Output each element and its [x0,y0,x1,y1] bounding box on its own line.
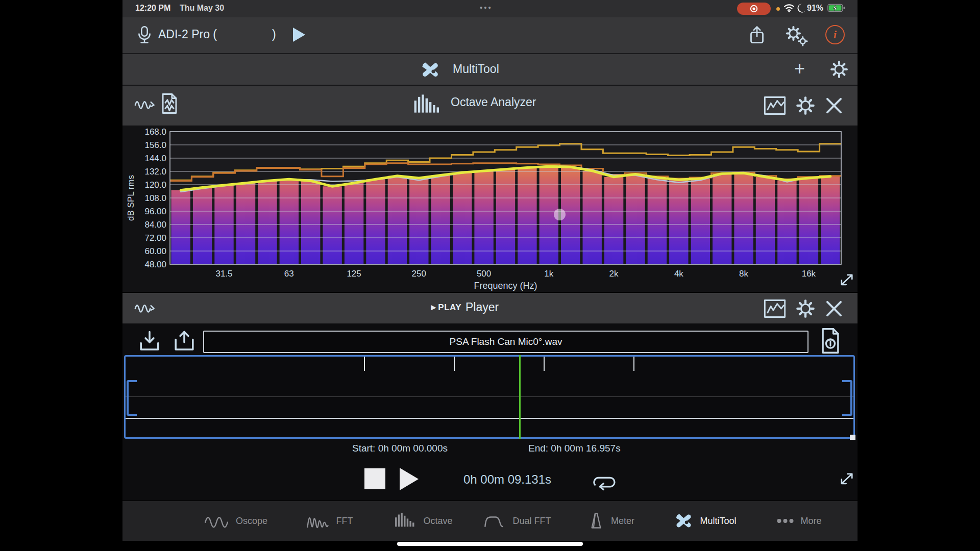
record-indicator-icon[interactable] [737,3,771,15]
tab-fft[interactable]: FFT [306,501,353,541]
tab-meter[interactable]: Meter [587,501,634,541]
svg-text:125: 125 [347,269,361,279]
svg-text:120.0: 120.0 [144,180,166,190]
multitool-window-bar: MultiTool + [122,54,857,86]
wifi-icon [783,4,795,13]
plot-window-icon[interactable] [764,95,786,116]
svg-text:84.00: 84.00 [144,220,166,230]
loop-icon[interactable] [592,470,617,491]
add-icon[interactable]: + [794,60,805,78]
svg-text:16k: 16k [802,269,816,279]
waveform-centerline [126,396,853,397]
svg-text:dB SPL rms: dB SPL rms [126,175,136,221]
download-icon[interactable] [138,330,161,353]
tab-dual-fft[interactable]: Dual FFT [483,501,551,541]
svg-text:60.00: 60.00 [144,246,166,256]
svg-text:Frequency (Hz): Frequency (Hz) [474,281,537,291]
info-icon[interactable]: i [825,25,845,44]
tab-label: Octave [423,516,452,527]
oscope-sine-icon [203,513,230,529]
svg-text:108.0: 108.0 [144,193,166,203]
tool-tab-bar: Oscope FFT Octave Dual FFT [122,500,857,541]
loaded-file-field[interactable]: PSA Flash Can Mic0°.wav [203,331,808,353]
waveform-resize-corner[interactable] [850,435,855,440]
svg-text:72.00: 72.00 [144,233,166,243]
tab-oscope[interactable]: Oscope [203,501,267,541]
file-row: PSA Flash Can Mic0°.wav [122,327,857,355]
dual-fft-curve-icon [483,513,506,529]
waveform-time-tick [633,357,634,371]
device-title-bar: ADI-2 Pro ( ) i [122,17,857,54]
svg-text:156.0: 156.0 [144,140,166,150]
battery-charging-icon [827,4,846,13]
upload-icon[interactable] [173,330,196,353]
tab-more[interactable]: More [776,501,821,541]
fft-peaks-icon [306,513,330,529]
svg-text:132.0: 132.0 [144,167,166,177]
player-pane: PSA Flash Can Mic0°.wav Start: 0h 00m 00… [122,323,857,500]
waveform-time-tick [454,357,455,371]
signal-generator-icon[interactable] [134,95,156,112]
current-time: 0h 00m 09.131s [459,472,556,487]
file-info-icon[interactable] [819,328,842,354]
play-icon[interactable] [293,28,305,42]
close-icon[interactable] [825,96,843,115]
plot-window-icon[interactable] [764,298,786,319]
play-button[interactable] [400,468,419,490]
battery-percent: 91% [807,4,823,13]
date: Thu May 30 [180,4,224,13]
octave-analyzer-header: Octave Analyzer [122,86,857,126]
tab-label: FFT [336,516,353,527]
multitool-icon [420,61,440,79]
expand-resize-icon[interactable] [838,272,855,288]
player-status-badge: ►PLAY [429,303,461,313]
octave-bars-icon [394,512,417,530]
audiotools-app: 12:20 PM Thu May 30 ••• 91% ADI-2 Pro [122,0,857,551]
selection-start-label: Start: 0h 00m 00.000s [352,443,448,454]
focus-moon-icon [796,3,806,13]
gear-icon[interactable] [795,95,816,116]
microphone-icon [136,26,153,46]
meter-icon [587,512,605,530]
svg-text:250: 250 [412,269,426,279]
tab-label: Oscope [236,516,267,527]
file-signal-icon[interactable] [160,93,179,114]
status-bar: 12:20 PM Thu May 30 ••• 91% [122,0,857,17]
share-icon[interactable] [747,25,767,45]
waveform-overview-separator [126,418,853,419]
selection-start-handle[interactable] [127,380,137,416]
tab-label: MultiTool [700,516,736,527]
multitool-window-title: MultiTool [453,62,499,76]
svg-text:168.0: 168.0 [144,127,166,137]
file-name: PSA Flash Can Mic0°.wav [450,336,562,347]
selection-end-handle[interactable] [842,380,852,416]
mic-privacy-dot-icon [776,7,780,11]
svg-text:8k: 8k [739,269,748,279]
stop-button[interactable] [364,468,385,489]
svg-text:144.0: 144.0 [144,154,166,163]
svg-text:500: 500 [477,269,491,279]
gear-icon[interactable] [795,298,816,319]
tab-label: Meter [611,516,634,527]
waveform-region[interactable] [124,355,855,439]
tab-octave[interactable]: Octave [394,501,452,541]
svg-text:96.00: 96.00 [144,207,166,216]
svg-text:63: 63 [284,269,294,279]
home-indicator[interactable] [397,542,583,546]
gear-icon[interactable] [829,60,849,79]
signal-generator-icon[interactable] [134,298,156,316]
device-name[interactable]: ADI-2 Pro ( [158,28,217,41]
settings-gears-icon[interactable] [782,24,809,47]
expand-resize-icon[interactable] [838,471,855,487]
waveform-time-tick [544,357,545,371]
octave-bars-icon [413,94,442,116]
octave-analyzer-chart[interactable]: 168.0156.0144.0132.0120.0108.096.0084.00… [122,126,857,292]
tab-multitool[interactable]: MultiTool [673,501,736,541]
multitool-icon [673,512,694,530]
close-icon[interactable] [825,299,843,318]
tab-label: Dual FFT [512,516,551,527]
svg-text:1k: 1k [544,269,553,279]
status-center-dots-icon: ••• [480,3,493,12]
playhead-cursor[interactable] [519,355,521,439]
screen: 12:20 PM Thu May 30 ••• 91% ADI-2 Pro [0,0,980,551]
